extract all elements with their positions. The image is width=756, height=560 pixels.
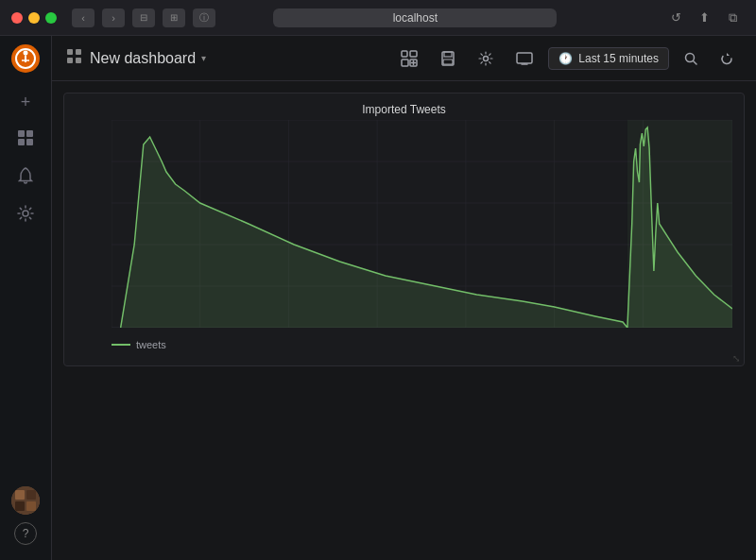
sidebar-item-settings[interactable] bbox=[9, 198, 43, 232]
svg-point-28 bbox=[484, 56, 489, 60]
svg-rect-27 bbox=[443, 59, 453, 64]
save-icon bbox=[440, 51, 455, 66]
help-icon: ? bbox=[23, 527, 29, 540]
forward-button[interactable]: › bbox=[102, 8, 125, 27]
clock-icon: 🕐 bbox=[558, 52, 573, 65]
svg-rect-29 bbox=[517, 53, 532, 63]
title-bar-right: ↺ ⬆ ⧉ bbox=[665, 8, 745, 27]
chart-container: 125 100 75 50 25 0 16:14 16:16 16:18 16:… bbox=[64, 120, 744, 361]
grafana-logo[interactable] bbox=[10, 43, 41, 74]
dashboard-area: Imported Tweets bbox=[52, 81, 756, 560]
svg-rect-14 bbox=[26, 501, 36, 511]
sidebar-item-alerts[interactable] bbox=[9, 161, 43, 195]
svg-rect-7 bbox=[18, 139, 25, 145]
svg-rect-15 bbox=[67, 49, 73, 55]
close-button[interactable] bbox=[11, 12, 23, 24]
dashboard-title-text: New dashboard bbox=[90, 50, 196, 67]
svg-rect-18 bbox=[76, 58, 81, 63]
legend-label-tweets: tweets bbox=[136, 339, 166, 350]
svg-point-9 bbox=[23, 211, 28, 216]
dashboard-title: New dashboard ▾ bbox=[90, 50, 206, 67]
split-view-button[interactable]: ⊞ bbox=[163, 8, 185, 27]
svg-rect-21 bbox=[402, 59, 408, 66]
toolbar: New dashboard ▾ bbox=[52, 36, 756, 81]
tv-mode-button[interactable] bbox=[508, 48, 541, 69]
reload-button[interactable]: ↺ bbox=[665, 8, 688, 27]
fullscreen-button[interactable] bbox=[45, 12, 57, 24]
sidebar-bottom: ? bbox=[11, 486, 40, 552]
dashboard-grid-icon bbox=[67, 49, 82, 67]
minimize-button[interactable] bbox=[28, 12, 40, 24]
help-button[interactable]: ? bbox=[14, 522, 37, 545]
add-panel-icon bbox=[401, 50, 418, 67]
content-area: New dashboard ▾ bbox=[52, 36, 756, 560]
panel-settings-button[interactable] bbox=[471, 47, 501, 70]
resize-handle[interactable]: ⤡ bbox=[732, 353, 740, 364]
panel-imported-tweets: Imported Tweets bbox=[63, 93, 745, 366]
search-button[interactable] bbox=[677, 48, 705, 69]
info-button[interactable]: ⓘ bbox=[193, 8, 215, 27]
svg-rect-19 bbox=[402, 51, 407, 57]
svg-point-2 bbox=[24, 51, 28, 56]
panel-title: Imported Tweets bbox=[64, 93, 744, 120]
sidebar-item-add[interactable]: + bbox=[9, 85, 43, 119]
back-button[interactable]: ‹ bbox=[72, 8, 94, 27]
chart-svg: 125 100 75 50 25 0 16:14 16:16 16:18 16:… bbox=[112, 120, 732, 328]
avatar[interactable] bbox=[11, 486, 40, 515]
save-button[interactable] bbox=[433, 47, 463, 70]
main-layout: + bbox=[0, 36, 756, 560]
svg-rect-6 bbox=[26, 130, 33, 137]
share-button[interactable]: ⬆ bbox=[694, 8, 716, 27]
settings-icon bbox=[478, 51, 493, 66]
monitor-icon bbox=[516, 52, 533, 65]
svg-rect-20 bbox=[410, 51, 417, 57]
svg-line-33 bbox=[694, 60, 697, 64]
time-range-label: Last 15 minutes bbox=[578, 52, 659, 65]
dashboards-icon bbox=[17, 129, 34, 150]
chart-legend: tweets bbox=[112, 335, 732, 354]
tab-overview-button[interactable]: ⊟ bbox=[132, 8, 155, 27]
sidebar: + bbox=[0, 36, 52, 560]
refresh-icon bbox=[720, 52, 733, 65]
svg-rect-12 bbox=[26, 490, 36, 500]
svg-rect-5 bbox=[18, 130, 25, 137]
new-tab-button[interactable]: ⧉ bbox=[722, 8, 745, 27]
url-bar[interactable]: localhost bbox=[273, 8, 557, 27]
svg-rect-8 bbox=[26, 139, 33, 145]
legend-line-tweets bbox=[112, 344, 130, 346]
svg-rect-16 bbox=[76, 49, 81, 55]
plus-icon: + bbox=[21, 93, 31, 112]
svg-rect-17 bbox=[67, 58, 73, 63]
search-icon bbox=[684, 52, 697, 65]
add-panel-button[interactable] bbox=[393, 46, 425, 71]
refresh-button[interactable] bbox=[713, 48, 741, 69]
title-bar: ‹ › ⊟ ⊞ ⓘ localhost ↺ ⬆ ⧉ bbox=[0, 0, 756, 36]
traffic-lights bbox=[11, 12, 57, 24]
dropdown-arrow-icon: ▾ bbox=[201, 53, 206, 63]
svg-rect-11 bbox=[15, 490, 25, 500]
sidebar-item-dashboards[interactable] bbox=[9, 123, 43, 157]
gear-icon bbox=[17, 205, 34, 226]
bell-icon bbox=[18, 167, 33, 188]
svg-rect-13 bbox=[15, 501, 25, 511]
time-range-button[interactable]: 🕐 Last 15 minutes bbox=[548, 47, 669, 70]
